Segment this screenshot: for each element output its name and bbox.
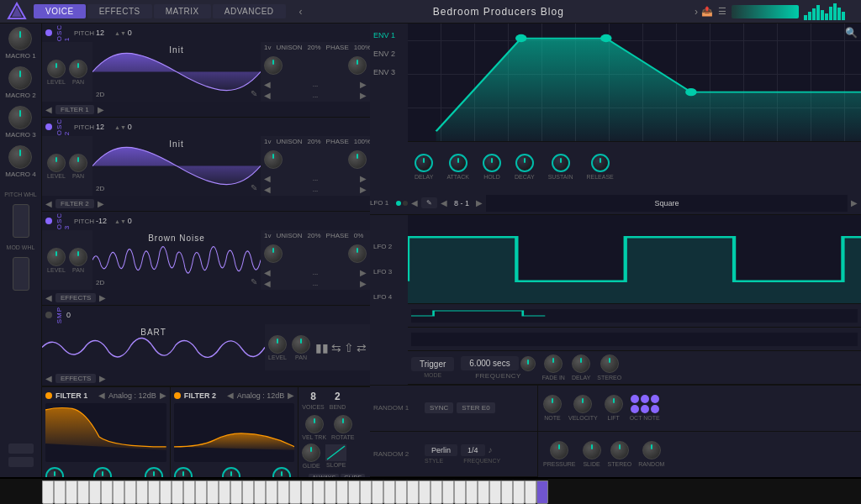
env3-label[interactable]: ENV 3 — [372, 64, 406, 81]
osc1-nav-left[interactable]: ◀ — [264, 80, 271, 89]
macro3-knob[interactable] — [8, 106, 32, 129]
osc1-unison-knob[interactable] — [264, 56, 283, 75]
smp-filter-right[interactable]: ▶ — [99, 374, 106, 383]
lfo1-nav-left[interactable]: ◀ — [411, 198, 418, 207]
osc2-unison-knob[interactable] — [264, 150, 283, 169]
osc3-filter-left[interactable]: ◀ — [45, 293, 52, 302]
piano-key-c5[interactable] — [372, 480, 383, 504]
osc3-nav2-left[interactable]: ◀ — [264, 279, 271, 288]
tab-advanced[interactable]: ADVANCED — [213, 4, 286, 18]
filter1-type-left[interactable]: ◀ — [98, 391, 105, 400]
osc2-nav-left[interactable]: ◀ — [264, 174, 271, 183]
piano-key-g3[interactable] — [254, 480, 266, 504]
piano-key-g2[interactable] — [172, 480, 183, 504]
piano-key-f[interactable] — [77, 480, 89, 504]
osc1-nav-right[interactable]: ▶ — [360, 80, 367, 89]
piano-key-e5[interactable] — [395, 480, 407, 504]
tab-matrix[interactable]: MATRIX — [154, 4, 211, 18]
osc1-nav2-right[interactable]: ▶ — [360, 91, 367, 100]
osc3-pan-knob[interactable] — [69, 248, 87, 266]
env2-label[interactable]: ENV 2 — [372, 45, 406, 62]
osc3-phase-knob[interactable] — [348, 244, 367, 263]
piano-key-a5[interactable] — [430, 480, 442, 504]
smp-loop-icon[interactable]: ▮▮ — [315, 341, 329, 354]
osc3-nav2-right[interactable]: ▶ — [360, 279, 367, 288]
veltrk-knob[interactable] — [305, 415, 324, 433]
osc1-edit-icon[interactable]: ✎ — [251, 89, 257, 98]
random1-sync-btn[interactable]: SYNC — [425, 402, 453, 413]
osc1-pan-knob[interactable] — [69, 60, 87, 78]
osc1-led[interactable] — [45, 29, 52, 36]
lfo1-nav-right[interactable]: ▶ — [476, 198, 483, 207]
piano-key-b3[interactable] — [277, 480, 289, 504]
lfo2-label[interactable]: LFO 2 — [372, 234, 406, 259]
piano-key-c6[interactable] — [454, 480, 466, 504]
macro2-knob[interactable] — [8, 66, 32, 90]
lfo4-stereo-knob[interactable] — [600, 354, 619, 373]
osc3-level-knob[interactable] — [47, 248, 66, 266]
lfo4-fadein-knob[interactable] — [544, 354, 563, 373]
piano-key-c4[interactable] — [289, 480, 301, 504]
piano-key-a4[interactable] — [348, 480, 360, 504]
smp-export-icon[interactable]: ⇧ — [344, 341, 354, 354]
osc2-nav2-left[interactable]: ◀ — [264, 185, 271, 194]
piano-key-b4[interactable] — [360, 480, 372, 504]
piano-key-c3[interactable] — [207, 480, 219, 504]
piano-key-a2[interactable] — [183, 480, 195, 504]
piano-key-d4[interactable] — [301, 480, 313, 504]
lfo4-delay-knob[interactable] — [572, 354, 590, 373]
piano-key-d5[interactable] — [383, 480, 395, 504]
filter2-drive-knob[interactable] — [174, 467, 193, 477]
macro4-knob[interactable] — [8, 145, 32, 169]
piano-key-b5[interactable] — [442, 480, 454, 504]
piano-key-b[interactable] — [113, 480, 124, 504]
piano-key-f6[interactable] — [489, 480, 501, 504]
filter2-keytrk-knob[interactable] — [272, 467, 291, 477]
osc3-nav-right[interactable]: ▶ — [360, 268, 367, 277]
smp-bounce-icon[interactable]: ⇄ — [357, 341, 367, 354]
piano-key-a3[interactable] — [266, 480, 277, 504]
piano-key-e3[interactable] — [230, 480, 242, 504]
filter2-type-left[interactable]: ◀ — [227, 391, 234, 400]
nav-prev-arrow[interactable]: ‹ — [296, 6, 306, 18]
lfo1-type-right[interactable]: ▶ — [851, 198, 858, 207]
env-hold-knob[interactable] — [483, 154, 501, 172]
piano-key-c2[interactable] — [124, 480, 136, 504]
rand1-lift-knob[interactable] — [605, 395, 623, 413]
osc3-nav-left[interactable]: ◀ — [264, 268, 271, 277]
osc3-pitch-arrows[interactable]: ▲▼ — [114, 218, 126, 224]
osc2-filter-right[interactable]: ▶ — [98, 199, 104, 208]
piano-key-a6[interactable] — [513, 480, 525, 504]
smp-filter-left[interactable]: ◀ — [45, 374, 52, 383]
piano-key-f4[interactable] — [325, 480, 336, 504]
osc1-filter-right[interactable]: ▶ — [98, 105, 104, 114]
piano-key-e[interactable] — [66, 480, 77, 504]
random1-stereo-btn[interactable]: STER E0 — [457, 402, 494, 413]
osc3-filter-right[interactable]: ▶ — [99, 293, 106, 302]
piano-key-e4[interactable] — [313, 480, 325, 504]
piano-keys[interactable] — [42, 480, 548, 504]
piano-key-e2[interactable] — [148, 480, 160, 504]
filter1-mix-knob[interactable] — [93, 467, 112, 477]
piano-key-f5[interactable] — [407, 480, 419, 504]
menu-icon[interactable]: ☰ — [718, 6, 726, 17]
osc2-phase-knob[interactable] — [348, 150, 367, 169]
env-search-icon[interactable]: 🔍 — [845, 27, 858, 39]
filter1-led[interactable] — [45, 392, 52, 399]
filter2-led[interactable] — [174, 392, 181, 399]
lfo3-label[interactable]: LFO 3 — [372, 259, 406, 284]
piano-key-active[interactable] — [536, 480, 548, 504]
piano-key-g4[interactable] — [336, 480, 348, 504]
osc1-nav2-left[interactable]: ◀ — [264, 91, 271, 100]
filter2-mix-knob[interactable] — [222, 467, 240, 477]
rand1-note-knob[interactable] — [543, 395, 562, 413]
share-icon[interactable]: 📤 — [701, 6, 713, 17]
pitch-wheel[interactable] — [13, 204, 29, 238]
lfo1-pencil-icon[interactable]: ✎ — [421, 197, 437, 208]
filter2-type-right[interactable]: ▶ — [288, 391, 294, 400]
osc3-led[interactable] — [45, 218, 52, 224]
rand2-random-knob[interactable] — [642, 441, 661, 459]
osc2-level-knob[interactable] — [47, 154, 66, 172]
mod-wheel[interactable] — [13, 257, 29, 291]
osc1-level-knob[interactable] — [47, 60, 66, 78]
